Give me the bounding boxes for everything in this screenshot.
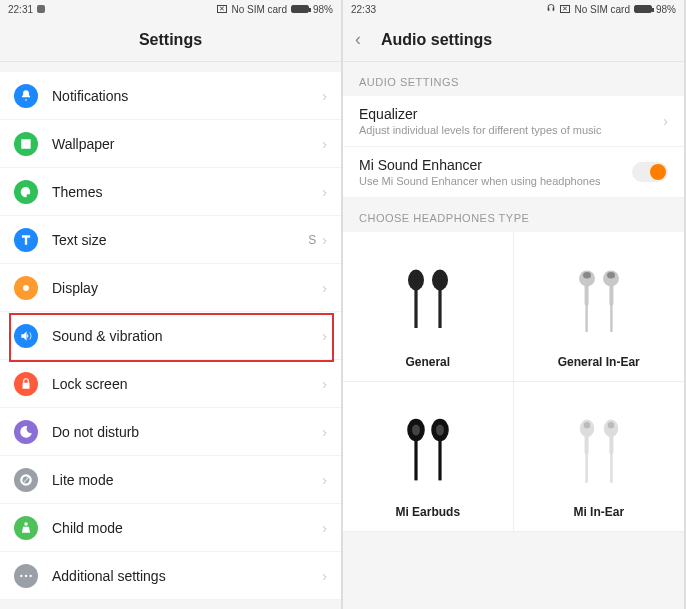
settings-row-extra: S xyxy=(308,233,316,247)
status-bar: 22:31 ✕ No SIM card 98% xyxy=(0,0,341,18)
settings-row-label: Child mode xyxy=(52,520,322,536)
earbud-illustration xyxy=(559,242,639,349)
svg-rect-8 xyxy=(609,278,613,305)
section-audio-settings: AUDIO SETTINGS xyxy=(343,62,684,96)
earbud-illustration xyxy=(559,392,639,499)
header: ‹ Audio settings xyxy=(343,18,684,62)
headphone-option-mi-earbuds[interactable]: Mi Earbuds xyxy=(343,382,514,532)
status-battery: 98% xyxy=(313,4,333,15)
status-sim: No SIM card xyxy=(574,4,630,15)
image-icon xyxy=(14,132,38,156)
back-button[interactable]: ‹ xyxy=(355,29,361,50)
chevron-right-icon: › xyxy=(322,520,327,536)
child-icon xyxy=(14,516,38,540)
svg-rect-1 xyxy=(414,280,417,328)
page-title: Settings xyxy=(139,31,202,49)
enhancer-toggle[interactable] xyxy=(632,162,668,182)
chevron-right-icon: › xyxy=(322,136,327,152)
svg-point-16 xyxy=(412,424,420,435)
settings-row-child-mode[interactable]: Child mode› xyxy=(0,504,341,552)
headphone-label: Mi In-Ear xyxy=(573,505,624,519)
settings-row-label: Themes xyxy=(52,184,322,200)
svg-rect-23 xyxy=(610,452,612,482)
earbud-illustration xyxy=(388,242,468,349)
brightness-icon xyxy=(14,276,38,300)
svg-rect-15 xyxy=(438,434,441,480)
headphone-label: General xyxy=(405,355,450,369)
svg-point-10 xyxy=(583,272,591,278)
svg-rect-19 xyxy=(584,430,588,454)
svg-rect-6 xyxy=(585,304,587,332)
headphone-label: Mi Earbuds xyxy=(395,505,460,519)
chevron-right-icon: › xyxy=(322,280,327,296)
settings-row-do-not-disturb[interactable]: Do not disturb› xyxy=(0,408,341,456)
equalizer-title: Equalizer xyxy=(359,106,663,122)
status-bar: 22:33 ✕ No SIM card 98% xyxy=(343,0,684,18)
settings-row-display[interactable]: Display› xyxy=(0,264,341,312)
settings-row-themes[interactable]: Themes› xyxy=(0,168,341,216)
settings-row-label: Lite mode xyxy=(52,472,322,488)
equalizer-subtitle: Adjust individual levels for different t… xyxy=(359,124,663,136)
chevron-right-icon: › xyxy=(322,184,327,200)
enhancer-title: Mi Sound Enhancer xyxy=(359,157,632,173)
section-headphones: CHOOSE HEADPHONES TYPE xyxy=(343,198,684,232)
settings-row-notifications[interactable]: Notifications› xyxy=(0,72,341,120)
chevron-right-icon: › xyxy=(322,232,327,248)
volume-icon xyxy=(14,324,38,348)
settings-row-label: Wallpaper xyxy=(52,136,322,152)
more-icon xyxy=(14,564,38,588)
header: Settings xyxy=(0,18,341,62)
palette-icon xyxy=(14,180,38,204)
no-sim-icon: ✕ xyxy=(560,5,570,13)
headphone-option-general-in-ear[interactable]: General In-Ear xyxy=(514,232,685,382)
chevron-right-icon: › xyxy=(322,328,327,344)
chevron-right-icon: › xyxy=(322,472,327,488)
settings-row-label: Text size xyxy=(52,232,308,248)
status-time: 22:33 xyxy=(351,4,376,15)
svg-point-25 xyxy=(608,422,614,428)
svg-rect-9 xyxy=(610,304,612,332)
settings-row-label: Do not disturb xyxy=(52,424,322,440)
settings-row-sound-vibration[interactable]: Sound & vibration› xyxy=(0,312,341,360)
chevron-right-icon: › xyxy=(322,376,327,392)
settings-row-label: Display xyxy=(52,280,322,296)
settings-list: Notifications›Wallpaper›Themes›Text size… xyxy=(0,72,341,600)
svg-rect-13 xyxy=(414,434,417,480)
status-app-icon xyxy=(37,5,45,13)
svg-point-24 xyxy=(584,422,590,428)
audio-settings-screen: 22:33 ✕ No SIM card 98% ‹ Audio settings… xyxy=(343,0,686,609)
equalizer-row[interactable]: Equalizer Adjust individual levels for d… xyxy=(343,96,684,147)
settings-row-lite-mode[interactable]: Lite mode› xyxy=(0,456,341,504)
chevron-right-icon: › xyxy=(322,424,327,440)
settings-screen: 22:31 ✕ No SIM card 98% Settings Notific… xyxy=(0,0,343,609)
headphone-option-mi-in-ear[interactable]: Mi In-Ear xyxy=(514,382,685,532)
svg-rect-22 xyxy=(609,430,613,454)
settings-row-label: Sound & vibration xyxy=(52,328,322,344)
page-title: Audio settings xyxy=(381,31,492,49)
svg-rect-3 xyxy=(438,280,441,328)
enhancer-subtitle: Use Mi Sound Enhancer when using headpho… xyxy=(359,175,632,187)
settings-row-additional-settings[interactable]: Additional settings› xyxy=(0,552,341,600)
battery-icon xyxy=(291,5,309,13)
settings-row-label: Notifications xyxy=(52,88,322,104)
svg-point-11 xyxy=(607,272,615,278)
settings-row-lock-screen[interactable]: Lock screen› xyxy=(0,360,341,408)
svg-point-17 xyxy=(436,424,444,435)
text-icon xyxy=(14,228,38,252)
no-sim-icon: ✕ xyxy=(217,5,227,13)
chevron-right-icon: › xyxy=(322,88,327,104)
settings-row-label: Lock screen xyxy=(52,376,322,392)
moon-icon xyxy=(14,420,38,444)
mi-sound-enhancer-row[interactable]: Mi Sound Enhancer Use Mi Sound Enhancer … xyxy=(343,147,684,198)
settings-row-text-size[interactable]: Text sizeS› xyxy=(0,216,341,264)
svg-rect-20 xyxy=(585,452,587,482)
lock-icon xyxy=(14,372,38,396)
headphone-option-general[interactable]: General xyxy=(343,232,514,382)
battery-icon xyxy=(634,5,652,13)
settings-row-label: Additional settings xyxy=(52,568,322,584)
headphone-label: General In-Ear xyxy=(558,355,640,369)
earbud-illustration xyxy=(388,392,468,499)
bell-icon xyxy=(14,84,38,108)
status-time: 22:31 xyxy=(8,4,33,15)
settings-row-wallpaper[interactable]: Wallpaper› xyxy=(0,120,341,168)
